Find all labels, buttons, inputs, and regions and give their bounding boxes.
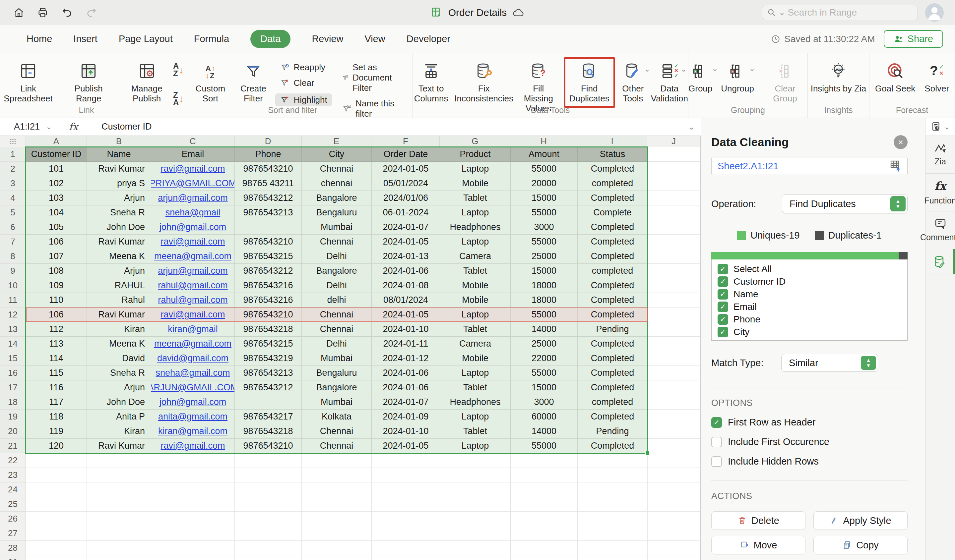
document-title[interactable]: Order Details xyxy=(448,7,507,18)
range-input[interactable]: Sheet2.A1:I21 xyxy=(711,157,908,175)
sheet-view-button[interactable]: ⌄ xyxy=(925,118,955,136)
checked-checkbox-icon[interactable]: ✓ xyxy=(718,264,728,275)
grid-cell[interactable]: 55000 xyxy=(511,206,578,220)
share-button[interactable]: Share xyxy=(884,30,943,48)
row-header-23[interactable]: 23 xyxy=(0,468,26,482)
grid-cell[interactable]: Pending xyxy=(578,322,648,337)
grid-cell[interactable]: 98765 43211 xyxy=(235,176,302,191)
other-tools-button[interactable]: ⌄ Other Tools xyxy=(620,60,646,103)
grid-cell[interactable]: 117 xyxy=(26,395,87,410)
grid-cell[interactable]: John Doe xyxy=(87,220,151,235)
grid-cell[interactable] xyxy=(648,410,701,424)
grid-cell[interactable] xyxy=(151,497,235,512)
text-to-columns-button[interactable]: Text to Columns xyxy=(412,60,449,103)
grid-cell[interactable]: Laptop xyxy=(440,366,511,381)
grid-cell[interactable]: Kiran xyxy=(87,322,151,337)
grid-cell[interactable]: Tablet xyxy=(440,264,511,278)
grid-cell[interactable]: priya S xyxy=(87,176,151,191)
column-header-E[interactable]: E xyxy=(302,136,372,147)
row-header-11[interactable]: 11 xyxy=(0,293,26,307)
grid-cell[interactable]: 120 xyxy=(26,439,87,453)
grid-cell[interactable]: Headphones xyxy=(440,220,511,235)
row-header-15[interactable]: 15 xyxy=(0,351,26,366)
tab-page-layout[interactable]: Page Layout xyxy=(119,33,173,44)
grid-cell[interactable]: Meena K xyxy=(87,337,151,351)
grid-cell[interactable]: Completed xyxy=(578,278,648,293)
grid-cell[interactable]: Bengaluru xyxy=(302,366,372,381)
grid-cell[interactable] xyxy=(440,512,511,526)
grid-cell[interactable]: Chennai xyxy=(302,162,372,176)
checked-checkbox-icon[interactable]: ✓ xyxy=(718,289,728,299)
grid-cell[interactable] xyxy=(648,293,701,307)
grid-cell[interactable] xyxy=(151,526,235,541)
checked-checkbox-icon[interactable]: ✓ xyxy=(718,301,728,312)
grid-cell[interactable]: anita@gmail.com xyxy=(151,410,235,424)
grid-cell[interactable]: Anita P xyxy=(87,410,151,424)
apply-style-button[interactable]: Apply Style xyxy=(813,511,908,530)
grid-cell[interactable]: 119 xyxy=(26,424,87,439)
panel-close-button[interactable]: × xyxy=(894,135,908,149)
row-header-1[interactable]: 1 xyxy=(0,147,26,162)
grid-cell[interactable] xyxy=(648,439,701,453)
grid-cell[interactable]: Status xyxy=(578,147,648,162)
grid-cell[interactable]: Mobile xyxy=(440,278,511,293)
column-header-J[interactable]: J xyxy=(647,136,700,147)
print-icon[interactable] xyxy=(37,7,49,18)
grid-cell[interactable]: 2024-01-10 xyxy=(372,424,440,439)
grid-cell[interactable] xyxy=(440,526,511,541)
row-header-16[interactable]: 16 xyxy=(0,366,26,381)
formula-bar-expand-icon[interactable]: ⌄ xyxy=(688,122,695,131)
option-include-first-occurence[interactable]: Include First Occurence xyxy=(711,437,908,447)
grid-cell[interactable]: Arjun xyxy=(87,191,151,206)
grid-cell[interactable]: 9876543210 xyxy=(235,307,302,322)
grid-cell[interactable]: Headphones xyxy=(440,395,511,410)
grid-cell[interactable]: 9876543210 xyxy=(235,162,302,176)
grid-cell[interactable]: Amount xyxy=(511,147,578,162)
grid-cell[interactable] xyxy=(511,541,578,555)
grid-cell[interactable]: meena@gmail.com xyxy=(151,249,235,264)
grid-cell[interactable] xyxy=(648,176,701,191)
grid-cell[interactable]: Completed xyxy=(578,351,648,366)
row-header-10[interactable]: 10 xyxy=(0,278,26,293)
grid-cell[interactable] xyxy=(372,468,440,482)
grid-cell[interactable] xyxy=(648,264,701,278)
grid-cell[interactable] xyxy=(648,526,701,541)
grid-cell[interactable] xyxy=(235,468,302,482)
grid-cell[interactable]: 9876543213 xyxy=(235,366,302,381)
column-header-I[interactable]: I xyxy=(577,136,647,147)
grid-cell[interactable]: Ravi Kumar xyxy=(87,235,151,249)
grid-cell[interactable]: Phone xyxy=(235,147,302,162)
grid-cell[interactable] xyxy=(302,526,372,541)
grid-cell[interactable]: 9876543213 xyxy=(235,206,302,220)
grid-cell[interactable]: 25000 xyxy=(511,249,578,264)
grid-cell[interactable]: 2024-01-07 xyxy=(372,395,440,410)
custom-sort-button[interactable]: A↑↓Z Custom Sort xyxy=(194,60,227,103)
grid-cell[interactable]: Bengaluru xyxy=(302,206,372,220)
grid-cell[interactable]: Completed xyxy=(578,220,648,235)
grid-cell[interactable] xyxy=(26,541,87,555)
row-header-27[interactable]: 27 xyxy=(0,526,26,541)
grid-cell[interactable] xyxy=(151,453,235,468)
avatar[interactable] xyxy=(925,3,944,22)
grid-cell[interactable] xyxy=(151,541,235,555)
field-checkbox-email[interactable]: ✓Email xyxy=(712,301,907,313)
set-document-filter-button[interactable]: Set as Document Filter xyxy=(342,62,412,93)
sidebar-item-function[interactable]: fx Function xyxy=(925,174,955,211)
grid-cell[interactable]: 2024-01-13 xyxy=(372,249,440,264)
grid-cell[interactable]: 112 xyxy=(26,322,87,337)
row-header-6[interactable]: 6 xyxy=(0,220,26,235)
grid-cell[interactable]: 101 xyxy=(26,162,87,176)
row-header-5[interactable]: 5 xyxy=(0,206,26,220)
grid-cell[interactable]: Tablet xyxy=(440,322,511,337)
grid-cell[interactable]: 18000 xyxy=(511,293,578,307)
grid-cell[interactable] xyxy=(235,482,302,497)
grid-cell[interactable]: meena@gmail.com xyxy=(151,337,235,351)
sort-ascending-button[interactable]: AZ↓ xyxy=(173,62,184,78)
row-header-25[interactable]: 25 xyxy=(0,497,26,512)
grid-cell[interactable]: 110 xyxy=(26,293,87,307)
grid-cell[interactable] xyxy=(151,482,235,497)
grid-cell[interactable]: 109 xyxy=(26,278,87,293)
grid-cell[interactable]: Mobile xyxy=(440,293,511,307)
grid-cell[interactable]: PRIYA@GMAIL.COM xyxy=(151,176,235,191)
grid-cell[interactable]: 118 xyxy=(26,410,87,424)
